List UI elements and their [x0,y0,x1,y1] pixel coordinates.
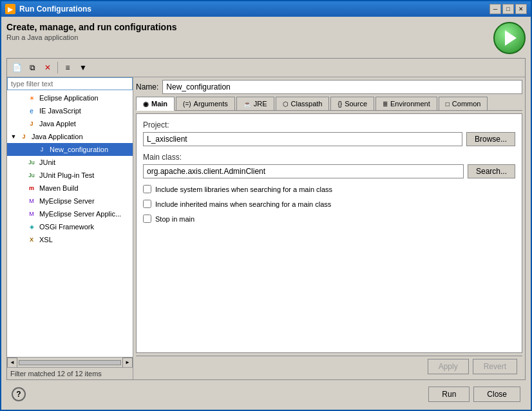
duplicate-config-button[interactable]: ⧉ [25,61,39,75]
help-button[interactable]: ? [12,387,26,401]
content-area: Create, manage, and run configurations R… [1,17,531,410]
expand-icon [17,223,25,231]
tree-label: OSGi Framework [39,223,94,231]
tab-jre-label: JRE [254,100,267,108]
tab-environment[interactable]: ≣ Environment [375,97,437,110]
tab-common[interactable]: □ Common [439,97,488,110]
tree-item-ie-javascript[interactable]: e IE JavaScript [7,104,133,117]
config-panel: Project: Browse... Main class: Sear [136,113,522,353]
apply-revert-bar: Apply Revert [136,356,522,377]
project-field-group: Project: Browse... [143,120,515,146]
include-inherited-label: Include inherited mains when searching f… [155,200,331,208]
expand-icon [17,158,25,166]
tab-source[interactable]: {} Source [330,97,374,110]
common-tab-icon: □ [446,100,450,108]
close-action-button[interactable]: Close [473,387,520,402]
tab-classpath[interactable]: ⬡ Classpath [276,97,330,110]
expand-icon [17,197,25,205]
scroll-left-button[interactable]: ◄ [7,358,17,368]
classpath-tab-icon: ⬡ [283,100,289,108]
tree-item-new-configuration[interactable]: J New_configuration [7,143,133,156]
tab-common-label: Common [452,100,481,108]
tab-source-label: Source [345,100,367,108]
jre-tab-icon: ☕ [243,100,251,108]
horizontal-scrollbar[interactable]: ◄ ► [7,357,133,367]
minimize-button[interactable]: ─ [489,4,501,14]
tree-item-myeclipse-server-app[interactable]: M MyEclipse Server Applic... [7,207,133,220]
toolbar-separator [57,62,58,73]
expand-icon [17,171,25,179]
main-class-input[interactable] [143,164,464,178]
java-applet-icon: J [26,119,37,129]
title-bar: ▶ Run Configurations ─ □ ✕ [1,1,531,17]
stop-in-main-checkbox[interactable] [143,215,151,223]
expand-icon [28,146,35,153]
action-buttons: Run Close [428,387,520,402]
project-input[interactable] [143,132,462,146]
name-label: Name: [136,82,158,91]
tree-label: JUnit Plug-in Test [39,171,94,179]
tree-item-java-applet[interactable]: J Java Applet [7,117,133,130]
junit-plugin-icon: Ju [26,170,37,180]
run-action-button[interactable]: Run [428,387,470,402]
new-config-icon: J [37,144,47,155]
include-system-checkbox[interactable] [143,185,151,193]
include-inherited-checkbox[interactable] [143,200,151,208]
tree-label: MyEclipse Server [39,197,95,205]
title-controls: ─ □ ✕ [489,4,527,14]
tree-item-maven[interactable]: m Maven Build [7,182,133,195]
scroll-right-button[interactable]: ► [122,358,133,368]
apply-button[interactable]: Apply [428,359,469,374]
main-class-row: Search... [143,164,515,178]
project-browse-button[interactable]: Browse... [466,132,515,146]
window-icon: ▶ [5,4,15,14]
main-tab-icon: ◉ [143,100,149,108]
main-class-label: Main class: [143,153,515,162]
filter-input[interactable] [7,77,133,90]
filter-button[interactable]: ▼ [76,61,90,75]
tree-item-java-application[interactable]: ▼ J Java Application [7,130,133,143]
main-panel: 📄 ⧉ ✕ ≡ ▼ ☀ Eclipse Application [6,58,526,380]
tree-label: MyEclipse Server Applic... [39,210,121,218]
expand-icon [17,120,25,128]
tabs-row: ◉ Main (=) Arguments ☕ JRE ⬡ [136,97,522,111]
tree-item-junit[interactable]: Ju JUnit [7,156,133,169]
tree-label: Maven Build [39,184,79,192]
revert-button[interactable]: Revert [473,359,517,374]
tab-main[interactable]: ◉ Main [136,97,175,111]
tree-item-xsl[interactable]: X XSL [7,233,133,246]
eclipse-app-icon: ☀ [26,93,37,103]
stop-in-main-label: Stop in main [155,215,195,223]
main-class-search-button[interactable]: Search... [468,164,515,178]
tab-arguments[interactable]: (=) Arguments [176,97,235,110]
tree-item-osgi[interactable]: ◈ OSGi Framework [7,220,133,233]
header-section: Create, manage, and run configurations R… [6,22,526,54]
project-label: Project: [143,120,515,129]
expand-icon: ▼ [10,133,17,140]
maximize-button[interactable]: □ [502,4,514,14]
tree-label: XSL [39,236,53,244]
expand-icon [17,184,25,192]
tree-label: New_configuration [50,146,108,153]
window-close-button[interactable]: ✕ [515,4,527,14]
new-config-button[interactable]: 📄 [10,61,24,75]
header-text: Create, manage, and run configurations R… [6,22,177,41]
split-panel: ☀ Eclipse Application e IE JavaScript [7,77,525,379]
tab-jre[interactable]: ☕ JRE [236,97,274,110]
left-panel: ☀ Eclipse Application e IE JavaScript [7,77,133,379]
tree-item-junit-plugin[interactable]: Ju JUnit Plug-in Test [7,169,133,182]
expand-icon [17,107,25,115]
tree-item-eclipse-application[interactable]: ☀ Eclipse Application [7,91,133,104]
collapse-all-button[interactable]: ≡ [61,61,75,75]
run-button-header[interactable] [493,22,526,54]
name-input[interactable] [162,80,522,94]
tree-item-myeclipse-server[interactable]: M MyEclipse Server [7,195,133,207]
delete-config-button[interactable]: ✕ [41,61,55,75]
scroll-track[interactable] [19,360,121,365]
tab-arguments-label: Arguments [194,100,228,108]
environment-tab-icon: ≣ [383,100,388,108]
tree-label: JUnit [39,158,55,166]
tree-label: IE JavaScript [39,107,81,115]
junit-icon: Ju [26,157,37,167]
expand-icon [17,94,25,102]
